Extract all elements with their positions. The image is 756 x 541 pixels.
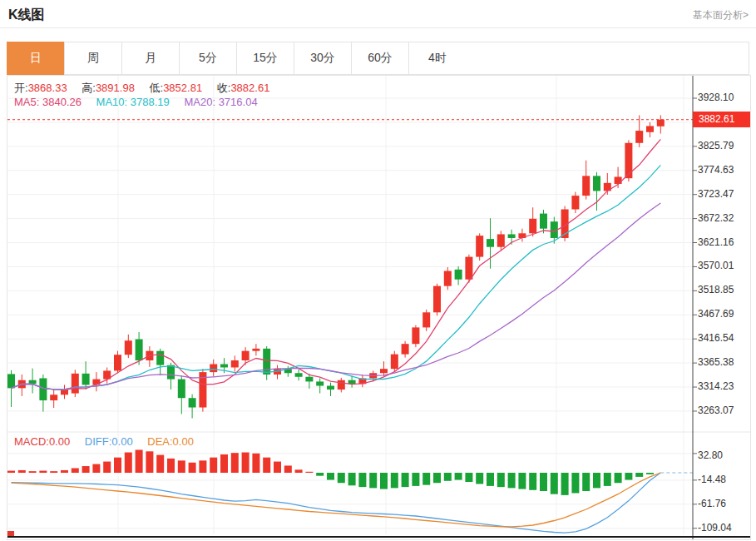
ma20-value: 3716.04 bbox=[219, 96, 258, 108]
candle-body bbox=[582, 176, 590, 196]
tab-60min[interactable]: 60分 bbox=[351, 42, 409, 75]
macd-bar bbox=[305, 472, 313, 473]
macd-bar bbox=[646, 473, 654, 474]
macd-bar bbox=[561, 473, 569, 495]
tab-weekly[interactable]: 周 bbox=[64, 42, 122, 75]
candle-body bbox=[231, 360, 239, 367]
candle-body bbox=[82, 374, 90, 385]
macd-bar bbox=[39, 471, 47, 473]
candle-body bbox=[72, 374, 79, 394]
page-title: K线图 bbox=[8, 7, 45, 24]
candle-body bbox=[476, 236, 483, 256]
macd-bar bbox=[327, 473, 334, 480]
macd-bar bbox=[593, 473, 600, 488]
macd-bar bbox=[518, 473, 526, 489]
macd-bar bbox=[635, 473, 643, 477]
macd-bar bbox=[136, 449, 143, 473]
macd-bar bbox=[29, 471, 37, 473]
macd-bar bbox=[412, 473, 419, 486]
candle-body bbox=[635, 131, 643, 143]
candle-body bbox=[657, 120, 665, 127]
candle-body bbox=[50, 395, 57, 400]
macd-bar bbox=[582, 473, 590, 491]
macd-bar bbox=[252, 454, 259, 473]
candle-body bbox=[252, 349, 259, 351]
price-tick-label: 3723.47 bbox=[698, 188, 734, 200]
fundamental-analysis-link[interactable]: 基本面分析> bbox=[693, 8, 749, 22]
high-label: 高: bbox=[82, 82, 96, 94]
macd-bar bbox=[391, 473, 398, 488]
macd-bar bbox=[358, 473, 366, 487]
kline-page: K线图 基本面分析> 日 周 月 5分 15分 30分 60分 4时 开:386… bbox=[0, 0, 756, 541]
interval-tabbar: 日 周 月 5分 15分 30分 60分 4时 bbox=[7, 42, 749, 75]
price-tick-label: 3263.07 bbox=[698, 405, 734, 416]
dea-label: DEA: bbox=[147, 435, 172, 448]
macd-bar bbox=[316, 473, 324, 476]
price-tick-label: 3467.69 bbox=[698, 308, 734, 320]
ma5-label: MA5: bbox=[14, 96, 39, 108]
macd-bar bbox=[455, 473, 462, 480]
chart-scrollbar-handle[interactable] bbox=[7, 531, 14, 536]
candle-body bbox=[316, 381, 324, 385]
low-value: 3852.81 bbox=[163, 82, 202, 94]
macd-bar bbox=[220, 454, 228, 473]
candle-body bbox=[625, 143, 632, 178]
candle-body bbox=[593, 176, 600, 191]
macd-value: 0.00 bbox=[49, 435, 70, 448]
macd-bar bbox=[72, 468, 79, 473]
candle-body bbox=[508, 234, 516, 238]
candle-body bbox=[156, 351, 164, 365]
ohlc-info-row: 开:3868.33 高:3891.98 低:3852.81 收:3882.61 bbox=[14, 81, 269, 96]
macd-bar bbox=[92, 464, 100, 473]
macd-bar bbox=[82, 466, 90, 473]
candle-body bbox=[571, 196, 579, 209]
candle-body bbox=[189, 398, 196, 407]
macd-label: MACD: bbox=[14, 435, 49, 448]
candle-body bbox=[295, 373, 303, 377]
diff-value: 0.00 bbox=[111, 435, 132, 448]
price-tick-label: 3416.54 bbox=[698, 332, 734, 344]
tab-15min[interactable]: 15分 bbox=[236, 42, 294, 75]
candle-body bbox=[242, 351, 250, 360]
candle-body bbox=[487, 239, 494, 247]
tab-daily[interactable]: 日 bbox=[7, 42, 65, 75]
axis-layer bbox=[693, 76, 697, 539]
candle-body bbox=[444, 271, 452, 286]
candle-body bbox=[497, 234, 505, 246]
macd-bar bbox=[402, 473, 409, 487]
current-price-badge: 3882.61 bbox=[693, 112, 750, 127]
chart-scrollbar[interactable] bbox=[7, 536, 750, 538]
macd-bar bbox=[199, 460, 206, 473]
candle-body bbox=[210, 365, 217, 373]
tab-30min[interactable]: 30分 bbox=[294, 42, 352, 75]
tab-5min[interactable]: 5分 bbox=[179, 42, 237, 75]
kline-chart-canvas[interactable] bbox=[7, 76, 750, 539]
diff-label: DIFF: bbox=[85, 435, 112, 448]
price-tick-label: 3518.85 bbox=[698, 284, 734, 295]
price-tick-label: 3365.38 bbox=[698, 356, 734, 368]
macd-bar bbox=[146, 451, 153, 473]
tab-monthly[interactable]: 月 bbox=[121, 42, 180, 75]
ma-info-row: MA5: 3840.26 MA10: 3788.19 MA20: 3716.04 bbox=[14, 96, 258, 108]
candle-body bbox=[220, 365, 228, 368]
candle-body bbox=[167, 365, 175, 380]
ma5-line bbox=[12, 139, 661, 390]
macd-bar bbox=[18, 470, 26, 473]
candle-body bbox=[391, 355, 398, 370]
macd-bar bbox=[284, 465, 292, 473]
macd-bar bbox=[497, 473, 505, 487]
candle-body bbox=[465, 257, 472, 280]
macd-tick-label: -109.04 bbox=[698, 522, 732, 534]
macd-info-row: MACD:0.00 DIFF:0.00 DEA:0.00 bbox=[14, 435, 194, 448]
candle-body bbox=[338, 380, 345, 390]
macd-bar bbox=[231, 453, 239, 473]
macd-bar bbox=[263, 458, 270, 473]
macd-bar bbox=[444, 473, 452, 481]
price-tick-label: 3621.16 bbox=[698, 236, 734, 248]
macd-bar bbox=[295, 469, 303, 473]
candle-body bbox=[39, 378, 47, 400]
kline-chart-container: 开:3868.33 高:3891.98 低:3852.81 收:3882.61 … bbox=[7, 75, 751, 540]
candle-body bbox=[114, 355, 121, 370]
candle-body bbox=[29, 380, 37, 385]
tab-4hour[interactable]: 4时 bbox=[408, 42, 467, 75]
